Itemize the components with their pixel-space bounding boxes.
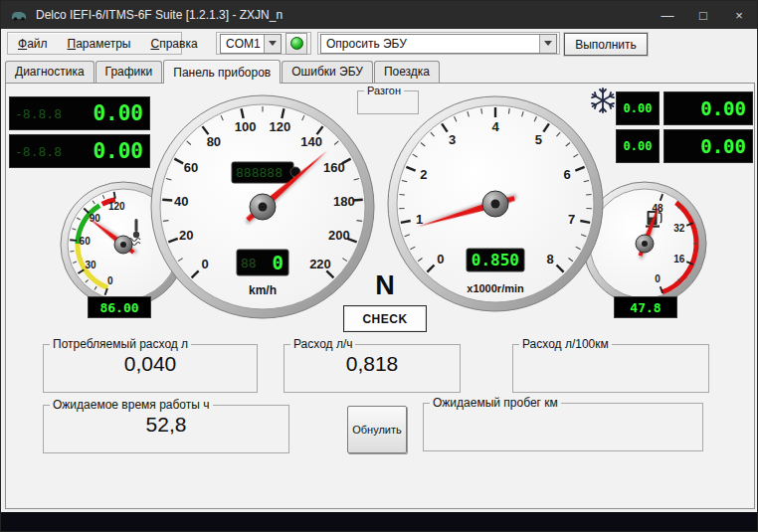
flow-per-hour-value: 0,818 bbox=[284, 351, 460, 376]
led-value: 0.00 bbox=[93, 139, 149, 163]
led-dim-segments: -8.8.8 bbox=[10, 106, 62, 121]
svg-text:x1000r/min: x1000r/min bbox=[467, 282, 524, 294]
led-panel-right: 0.00 0.00 0.00 0.00 bbox=[616, 91, 753, 163]
consumed-fuel-groupbox: Потребляемый расход л 0,040 bbox=[43, 337, 258, 393]
gear-indicator: N bbox=[369, 270, 401, 301]
svg-text:7: 7 bbox=[568, 212, 575, 227]
svg-text:120: 120 bbox=[270, 119, 291, 134]
snowflake-icon bbox=[588, 86, 618, 119]
expected-mileage-label: Ожидаемый пробег км bbox=[430, 396, 561, 410]
tachometer-gauge: 0123456780.850x1000r/min bbox=[385, 93, 606, 314]
svg-text:0: 0 bbox=[107, 275, 113, 286]
expected-runtime-label: Ожидаемое время работы ч bbox=[50, 398, 213, 412]
consumed-fuel-label: Потребляемый расход л bbox=[50, 337, 191, 351]
svg-text:16: 16 bbox=[673, 254, 685, 265]
flow-per-100km-label: Расход л/100км bbox=[519, 337, 612, 351]
svg-text:140: 140 bbox=[300, 134, 322, 149]
svg-text:0.850: 0.850 bbox=[472, 251, 519, 269]
svg-text:3: 3 bbox=[449, 132, 456, 147]
expected-runtime-value: 52,8 bbox=[44, 412, 288, 437]
app-window: Delco IEFI-6/ITMS-6F Suite [1.2.1.3] - Z… bbox=[0, 0, 758, 532]
led-display: -8.8.8 0.00 bbox=[9, 96, 150, 130]
acceleration-groupbox: Разгон bbox=[357, 85, 419, 114]
svg-text:40: 40 bbox=[174, 194, 188, 209]
led-panel-left: -8.8.8 0.00 -8.8.8 0.00 bbox=[9, 96, 150, 168]
led-value-small: 0.00 bbox=[616, 129, 660, 163]
svg-text:0: 0 bbox=[437, 252, 444, 266]
consumed-fuel-value: 0,040 bbox=[44, 351, 257, 376]
tab-diagnostics[interactable]: Диагностика bbox=[5, 61, 95, 83]
led-display: 0.00 0.00 bbox=[616, 129, 753, 163]
speedometer-gauge: 020406080100120140160180200220888888880k… bbox=[148, 92, 377, 321]
fuel-readout: 47.8 bbox=[614, 296, 677, 318]
tab-trip[interactable]: Поездка bbox=[374, 61, 440, 83]
flow-per-100km-value bbox=[513, 351, 708, 352]
led-dim-segments: -8.8.8 bbox=[10, 144, 62, 159]
svg-text:200: 200 bbox=[328, 228, 350, 243]
tab-dashboard[interactable]: Панель приборов bbox=[163, 60, 281, 84]
svg-text:80: 80 bbox=[207, 134, 221, 149]
led-display: 0.00 0.00 bbox=[616, 91, 753, 125]
tab-graphs[interactable]: Графики bbox=[95, 61, 163, 83]
svg-text:20: 20 bbox=[179, 228, 193, 243]
svg-text:32: 32 bbox=[673, 223, 685, 234]
svg-text:160: 160 bbox=[323, 160, 345, 175]
svg-text:0: 0 bbox=[201, 257, 208, 271]
bottom-bar bbox=[1, 512, 757, 532]
svg-text:6: 6 bbox=[563, 167, 570, 182]
svg-text:4: 4 bbox=[491, 119, 499, 134]
svg-text:30: 30 bbox=[86, 260, 97, 270]
temperature-readout: 86.00 bbox=[88, 296, 151, 318]
led-value: 0.00 bbox=[93, 101, 149, 125]
check-button[interactable]: CHECK bbox=[343, 305, 427, 332]
svg-text:88: 88 bbox=[241, 256, 257, 270]
led-value: 0.00 bbox=[663, 129, 753, 163]
svg-text:2: 2 bbox=[420, 167, 427, 182]
tab-ecu-errors[interactable]: Ошибки ЭБУ bbox=[282, 61, 373, 83]
svg-text:1: 1 bbox=[416, 212, 423, 227]
svg-text:220: 220 bbox=[309, 257, 331, 271]
led-display: -8.8.8 0.00 bbox=[9, 134, 150, 168]
flow-per-hour-groupbox: Расход л/ч 0,818 bbox=[284, 337, 461, 393]
acceleration-label: Разгон bbox=[364, 85, 404, 96]
svg-text:0: 0 bbox=[273, 252, 284, 273]
svg-text:888888: 888888 bbox=[236, 165, 283, 180]
expected-mileage-value bbox=[424, 410, 702, 411]
svg-text:100: 100 bbox=[235, 119, 257, 134]
svg-text:km/h: km/h bbox=[249, 283, 277, 297]
expected-mileage-groupbox: Ожидаемый пробег км bbox=[423, 396, 703, 451]
expected-runtime-groupbox: Ожидаемое время работы ч 52,8 bbox=[43, 398, 289, 453]
svg-text:60: 60 bbox=[80, 236, 92, 247]
reset-button[interactable]: Обнулить bbox=[347, 406, 407, 453]
led-value: 0.00 bbox=[663, 91, 753, 125]
svg-text:8: 8 bbox=[547, 252, 554, 266]
tab-bar: Диагностика Графики Панель приборов Ошиб… bbox=[5, 59, 441, 83]
svg-text:5: 5 bbox=[535, 132, 542, 147]
flow-per-100km-groupbox: Расход л/100км bbox=[512, 337, 709, 393]
flow-per-hour-label: Расход л/ч bbox=[290, 337, 355, 351]
svg-text:0: 0 bbox=[655, 273, 661, 284]
led-value-small: 0.00 bbox=[616, 91, 660, 125]
svg-text:180: 180 bbox=[333, 194, 355, 209]
svg-text:60: 60 bbox=[184, 160, 198, 175]
svg-text:120: 120 bbox=[108, 201, 125, 212]
